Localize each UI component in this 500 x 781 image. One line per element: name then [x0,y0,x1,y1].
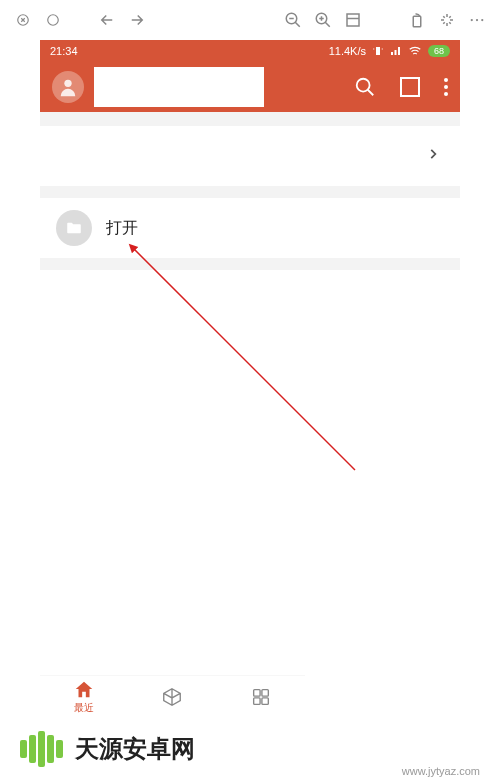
signal-icon [390,45,402,57]
svg-point-6 [471,19,473,21]
square-icon[interactable] [400,77,420,97]
vibrate-icon [372,45,384,57]
fit-icon[interactable] [340,7,366,33]
stop-icon[interactable] [40,7,66,33]
avatar[interactable] [52,71,84,103]
svg-point-10 [357,79,370,92]
folder-icon [56,210,92,246]
footer-logo-icon [20,731,63,767]
battery-badge: 68 [428,45,450,57]
forward-icon[interactable] [124,7,150,33]
zoom-in-icon[interactable] [310,7,336,33]
svg-rect-13 [253,697,259,703]
menu-dots-icon[interactable] [444,78,448,96]
bottom-nav: 最近 [40,675,305,717]
footer-bar: 天源安卓网 www.jytyaz.com [0,717,500,781]
nav-apps[interactable] [217,686,305,708]
search-icon[interactable] [354,76,376,98]
footer-url: www.jytyaz.com [402,765,480,777]
sparkle-icon[interactable] [434,7,460,33]
svg-point-8 [481,19,483,21]
nav-row[interactable] [40,126,460,186]
main-area [40,270,460,680]
chevron-right-icon [426,147,440,165]
svg-point-1 [48,15,59,26]
nav-box[interactable] [128,686,216,708]
open-row[interactable]: 打开 [40,198,460,258]
status-network: 11.4K/s [329,45,366,57]
browser-toolbar [0,0,500,40]
back-icon[interactable] [94,7,120,33]
nav-recent[interactable]: 最近 [40,679,128,715]
status-bar: 21:34 11.4K/s 68 [40,40,460,62]
open-label: 打开 [106,218,138,239]
rotate-icon[interactable] [404,7,430,33]
app-header [40,62,460,112]
nav-recent-label: 最近 [74,701,94,715]
svg-rect-11 [253,689,259,695]
svg-point-7 [476,19,478,21]
title-area [94,67,264,107]
more-icon[interactable] [464,7,490,33]
svg-point-9 [64,80,71,87]
phone-screenshot: 21:34 11.4K/s 68 [40,40,460,680]
status-time: 21:34 [50,45,78,57]
footer-title: 天源安卓网 [75,733,195,765]
zoom-out-icon[interactable] [280,7,306,33]
svg-rect-12 [262,689,268,695]
svg-rect-14 [262,697,268,703]
wifi-icon [408,44,422,58]
content-area: 打开 [40,126,460,680]
svg-rect-5 [413,16,421,27]
close-tab-icon[interactable] [10,7,36,33]
svg-rect-4 [347,14,359,26]
